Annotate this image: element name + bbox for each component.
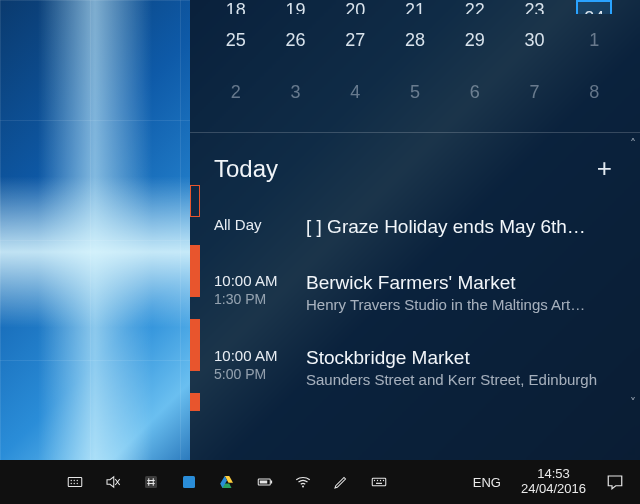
svg-point-6 <box>77 483 78 484</box>
svg-point-15 <box>374 480 375 481</box>
event-subtitle: Saunders Street and Kerr Street, Edinbur… <box>306 371 618 388</box>
calendar-day[interactable]: 23 <box>505 0 565 14</box>
keyboard-grid-icon[interactable] <box>56 460 94 504</box>
svg-rect-10 <box>271 481 273 484</box>
app-blue-icon[interactable] <box>170 460 208 504</box>
taskbar: ENG 14:53 24/04/2016 <box>0 460 640 504</box>
event-color-bar <box>190 319 200 371</box>
calendar-day[interactable]: 29 <box>445 14 505 66</box>
calendar-day[interactable]: 18 <box>206 0 266 14</box>
add-event-button[interactable]: + <box>591 151 618 186</box>
scroll-down-arrow[interactable]: ˅ <box>630 396 636 410</box>
calendar-day[interactable]: 1 <box>564 14 624 66</box>
agenda-event[interactable]: 10:00 AM1:30 PMBerwick Farmers' MarketHe… <box>214 256 618 331</box>
calendar-day[interactable]: 22 <box>445 0 505 14</box>
svg-point-18 <box>383 480 384 481</box>
system-tray-left <box>0 460 398 504</box>
taskbar-clock[interactable]: 14:53 24/04/2016 <box>511 467 596 497</box>
calendar-day[interactable]: 26 <box>266 14 326 66</box>
calendar-day[interactable]: 30 <box>505 14 565 66</box>
svg-point-4 <box>71 483 72 484</box>
wifi-icon[interactable] <box>284 460 322 504</box>
pen-icon[interactable] <box>322 460 360 504</box>
calendar-day[interactable]: 7 <box>505 66 565 118</box>
svg-point-12 <box>302 486 304 488</box>
calendar-day[interactable]: 21 <box>385 0 445 14</box>
agenda-event[interactable] <box>214 406 618 414</box>
svg-rect-8 <box>183 476 195 488</box>
event-end-time: 1:30 PM <box>214 291 296 307</box>
agenda-section: Today + ˄ All Day[ ] Graze Holiday ends … <box>190 133 640 414</box>
calendar-day[interactable]: 2 <box>206 66 266 118</box>
calendar-day[interactable]: 5 <box>385 66 445 118</box>
battery-icon[interactable] <box>246 460 284 504</box>
onscreen-keyboard-icon[interactable] <box>360 460 398 504</box>
calendar-month-grid: 1819202122232425262728293012345678 <box>190 0 640 133</box>
event-color-bar <box>190 245 200 297</box>
event-color-bar <box>190 185 200 217</box>
event-color-bar <box>190 393 200 411</box>
clock-date: 24/04/2016 <box>521 482 586 497</box>
agenda-event[interactable]: 10:00 AM5:00 PMStockbridge MarketSaunder… <box>214 331 618 406</box>
svg-point-16 <box>377 480 378 481</box>
event-start-time: All Day <box>214 216 296 233</box>
calendar-day[interactable]: 27 <box>325 14 385 66</box>
calendar-day[interactable]: 25 <box>206 14 266 66</box>
svg-rect-13 <box>372 478 386 486</box>
system-tray-right: ENG 14:53 24/04/2016 <box>463 460 640 504</box>
svg-point-17 <box>380 480 381 481</box>
calendar-day[interactable]: 4 <box>325 66 385 118</box>
calendar-day[interactable]: 19 <box>266 0 326 14</box>
calendar-flyout-panel: 1819202122232425262728293012345678 Today… <box>190 0 640 460</box>
event-end-time: 5:00 PM <box>214 366 296 382</box>
calendar-day[interactable]: 28 <box>385 14 445 66</box>
svg-rect-0 <box>68 478 82 487</box>
event-title: Berwick Farmers' Market <box>306 272 618 294</box>
event-title: [ ] Graze Holiday ends May 6th… <box>306 216 618 238</box>
calendar-day[interactable]: 3 <box>266 66 326 118</box>
calendar-day[interactable]: 8 <box>564 66 624 118</box>
event-title: Stockbridge Market <box>306 347 618 369</box>
google-drive-icon[interactable] <box>208 460 246 504</box>
event-subtitle: Henry Travers Studio in the Maltings Art… <box>306 296 618 313</box>
clock-time: 14:53 <box>521 467 586 482</box>
svg-point-3 <box>77 480 78 481</box>
calendar-day[interactable]: 20 <box>325 0 385 14</box>
svg-rect-11 <box>260 481 268 484</box>
agenda-title: Today <box>214 155 278 183</box>
event-start-time: 10:00 AM <box>214 347 296 364</box>
svg-point-1 <box>71 480 72 481</box>
calendar-day[interactable]: 6 <box>445 66 505 118</box>
svg-point-2 <box>74 480 75 481</box>
agenda-event[interactable]: All Day[ ] Graze Holiday ends May 6th… <box>214 200 618 256</box>
event-start-time: 10:00 AM <box>214 272 296 289</box>
volume-mute-icon[interactable] <box>94 460 132 504</box>
svg-rect-14 <box>376 483 382 484</box>
language-indicator[interactable]: ENG <box>463 475 511 490</box>
svg-point-5 <box>74 483 75 484</box>
agenda-event-list: All Day[ ] Graze Holiday ends May 6th…10… <box>214 200 618 414</box>
calendar-day[interactable]: 24 <box>564 0 624 14</box>
scroll-up-arrow[interactable]: ˄ <box>630 137 636 151</box>
calendar-day-selected[interactable]: 24 <box>576 0 612 14</box>
action-center-icon[interactable] <box>596 460 634 504</box>
hash-icon[interactable] <box>132 460 170 504</box>
svg-rect-7 <box>145 476 157 488</box>
